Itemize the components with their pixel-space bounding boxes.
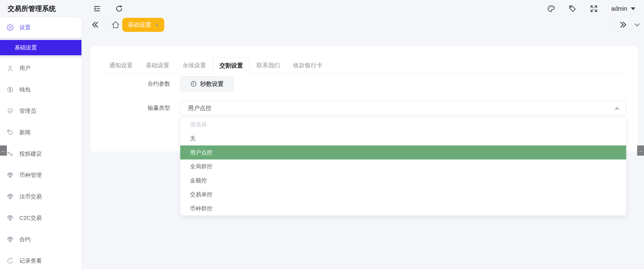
fullscreen-icon[interactable]	[590, 5, 598, 13]
tab-perpetual-settings[interactable]: 永续设置	[176, 58, 213, 73]
sidebar-item-label: 基础设置	[15, 44, 37, 51]
tab-label: 交割设置	[220, 62, 243, 70]
sidebar-submenu-settings: 基础设置	[0, 38, 81, 58]
top-bar: admin	[81, 0, 644, 17]
page: 交易所管理系统	[0, 0, 644, 269]
sidebar-item-feedback[interactable]: 投拆建议	[0, 143, 81, 165]
refresh-icon[interactable]	[115, 5, 123, 13]
contract-params-label: 合约参数	[90, 76, 175, 91]
option-label: 金额控	[190, 177, 207, 184]
caret-up-icon	[614, 107, 620, 110]
tags-menu-chevron-down-icon[interactable]	[633, 21, 641, 29]
option-none[interactable]: 无	[180, 131, 626, 145]
sidebar-item-contract[interactable]: 合约	[0, 229, 81, 250]
option-label: 币种群控	[190, 205, 212, 212]
tab-receiving-bank-card[interactable]: 收款银行卡	[286, 58, 329, 73]
tag-basic-settings[interactable]: 基础设置 ×	[122, 18, 164, 32]
sidebar-item-records[interactable]: 记录查看	[0, 250, 81, 269]
collapse-right-handle[interactable]: →	[637, 145, 644, 156]
gem-icon	[7, 172, 14, 179]
divider	[631, 21, 632, 29]
sidebar-item-fiat-trade[interactable]: 法币交易	[0, 186, 81, 207]
tags-bar-right	[615, 17, 641, 32]
caret-down-icon	[631, 7, 635, 10]
tab-label: 通知设置	[109, 61, 133, 69]
tab-label: 永续设置	[183, 61, 206, 69]
sidebar-item-label: 投拆建议	[19, 150, 42, 158]
option-label: 交易单控	[190, 191, 212, 198]
sidebar-item-basic-settings[interactable]: 基础设置	[0, 40, 81, 55]
user-menu[interactable]: admin	[611, 5, 635, 12]
shield-check-icon	[7, 107, 14, 115]
gem-icon	[7, 193, 14, 200]
sidebar-item-c2c-trade[interactable]: C2C交易	[0, 207, 81, 229]
tab-contact-us[interactable]: 联系我们	[250, 58, 286, 73]
divider	[615, 21, 616, 29]
home-icon[interactable]	[111, 20, 120, 29]
tag-icon	[7, 129, 14, 136]
divider	[106, 21, 106, 29]
tags-bar: 基础设置 ×	[81, 17, 644, 32]
gem-icon	[7, 214, 14, 222]
win-type-select-value: 用户点控	[188, 104, 211, 112]
seconds-settings-button[interactable]: 秒数设置	[180, 76, 234, 91]
sidebar-item-coin-management[interactable]: 币种管理	[0, 165, 81, 186]
win-type-label: 输赢类型	[90, 101, 175, 115]
option-placeholder[interactable]: 请选择	[180, 117, 626, 131]
sidebar-item-label: 管理员	[19, 107, 36, 115]
seconds-settings-label: 秒数设置	[200, 80, 224, 88]
gear-icon	[7, 24, 14, 31]
option-label: 无	[190, 135, 196, 142]
clock-icon	[190, 80, 197, 87]
sidebar-item-users[interactable]: 用户	[0, 58, 81, 79]
top-bar-right: admin	[547, 0, 635, 17]
tab-label: 收款银行卡	[293, 61, 322, 69]
tab-basic-settings[interactable]: 基础设置	[139, 58, 176, 73]
sidebar-item-label: 设置	[19, 24, 31, 31]
collapse-left-handle[interactable]: ←	[0, 145, 7, 156]
sidebar-item-label: 币种管理	[19, 171, 42, 179]
close-tag-icon[interactable]: ×	[155, 22, 159, 28]
option-coin-group-control[interactable]: 币种群控	[180, 201, 626, 216]
sidebar-item-label: 合约	[19, 236, 31, 243]
arrow-right-icon: →	[638, 148, 643, 154]
option-user-point-control[interactable]: 用户点控	[180, 145, 626, 159]
tags-view-icon[interactable]	[568, 5, 577, 13]
username: admin	[611, 5, 627, 12]
sidebar-item-settings[interactable]: 设置	[0, 17, 81, 38]
tab-label: 联系我们	[256, 61, 280, 69]
option-label: 请选择	[190, 121, 207, 128]
gem-icon	[7, 236, 14, 243]
arrow-left-icon: ←	[1, 148, 6, 154]
sidebar-item-admins[interactable]: 管理员	[0, 100, 81, 122]
sidebar-item-label: 钱包	[19, 86, 31, 93]
link-icon	[7, 150, 14, 157]
tab-label: 基础设置	[146, 61, 169, 69]
sidebar-item-wallet[interactable]: 钱包	[0, 79, 81, 100]
theme-palette-icon[interactable]	[547, 5, 555, 13]
sidebar: 设置 基础设置 用户 钱包 管理员	[0, 17, 81, 269]
option-label: 全局群控	[190, 163, 212, 170]
collapse-sidebar-icon[interactable]	[93, 5, 101, 13]
scroll-tags-right-icon[interactable]	[619, 20, 628, 29]
option-amount-control[interactable]: 金额控	[180, 173, 626, 187]
sidebar-item-label: 记录查看	[19, 257, 42, 265]
app-title: 交易所管理系统	[8, 0, 81, 17]
history-icon	[7, 257, 14, 264]
win-type-select[interactable]: 用户点控	[180, 101, 626, 115]
sidebar-item-news[interactable]: 新闻	[0, 122, 81, 143]
option-trade-order-control[interactable]: 交易单控	[180, 187, 626, 201]
sidebar-item-label: C2C交易	[19, 214, 42, 222]
sidebar-item-label: 用户	[19, 64, 31, 72]
tab-notify-settings[interactable]: 通知设置	[103, 58, 139, 73]
tab-delivery-settings[interactable]: 交割设置	[213, 58, 250, 73]
settings-tabs: 通知设置 基础设置 永续设置 交割设置 联系我们 收款银行卡	[103, 58, 626, 73]
user-icon	[7, 65, 14, 72]
sidebar-item-label: 新闻	[19, 129, 31, 136]
tag-label: 基础设置	[128, 21, 151, 29]
option-label: 用户点控	[190, 149, 212, 156]
wallet-icon	[7, 86, 14, 93]
win-type-dropdown: 请选择 无 用户点控 全局群控 金额控 交易单控 币种群控	[180, 117, 626, 216]
option-global-group-control[interactable]: 全局群控	[180, 159, 626, 173]
scroll-tags-left-icon[interactable]	[91, 20, 99, 29]
